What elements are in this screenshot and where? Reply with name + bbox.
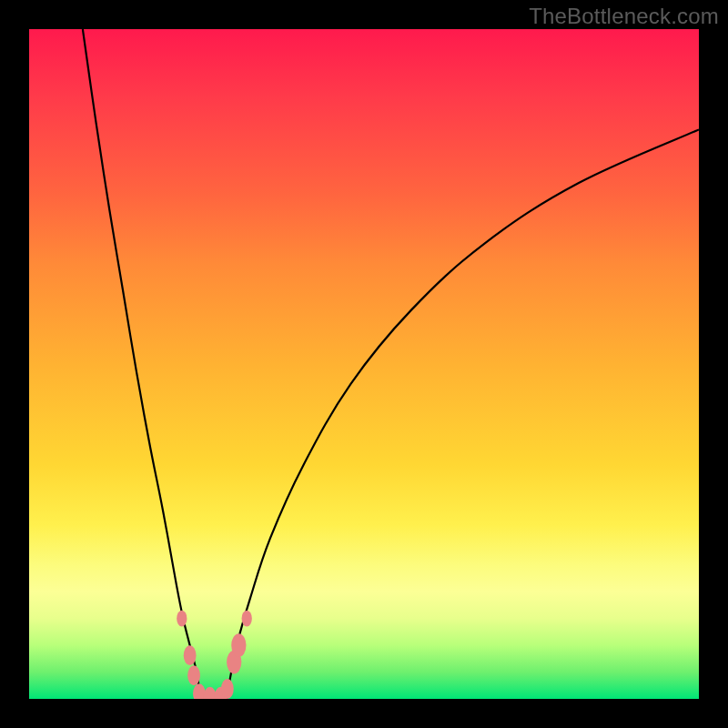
data-marker [204,687,217,699]
chart-svg [29,29,699,699]
curve-left-branch [83,29,201,699]
data-marker [193,683,206,699]
data-marker [187,665,200,685]
chart-frame: TheBottleneck.com [0,0,728,728]
data-marker [242,611,252,627]
curve-right-branch [227,129,699,699]
data-marker [231,633,246,657]
data-marker [221,679,234,699]
data-marker [177,611,187,627]
marker-group [177,611,252,699]
plot-area [29,29,699,699]
watermark-text: TheBottleneck.com [529,4,719,29]
data-marker [184,645,197,665]
